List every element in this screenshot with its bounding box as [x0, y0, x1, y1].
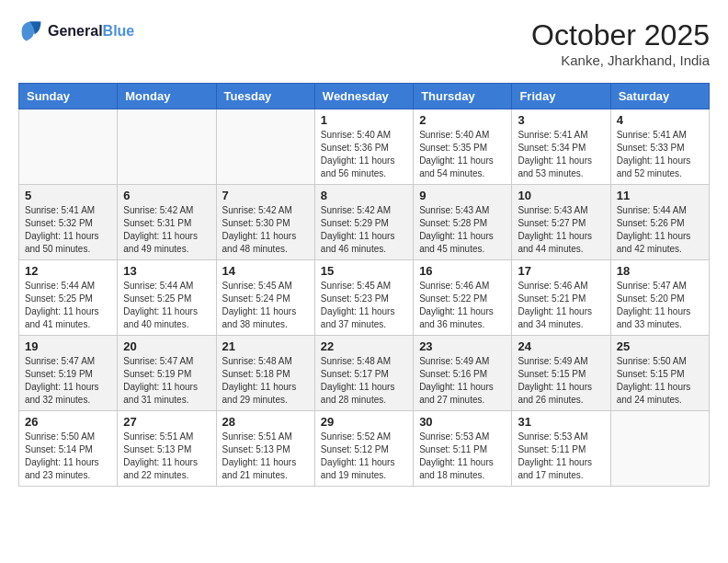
day-number: 2 [419, 113, 506, 127]
calendar-cell: 12Sunrise: 5:44 AM Sunset: 5:25 PM Dayli… [19, 260, 118, 336]
day-number: 11 [617, 189, 703, 202]
day-number: 5 [25, 189, 111, 202]
calendar-cell [216, 109, 314, 185]
calendar-cell: 3Sunrise: 5:41 AM Sunset: 5:34 PM Daylig… [512, 109, 610, 185]
day-number: 25 [617, 339, 703, 353]
calendar-cell: 22Sunrise: 5:48 AM Sunset: 5:17 PM Dayli… [314, 336, 413, 411]
day-number: 13 [123, 264, 210, 278]
day-number: 3 [518, 113, 604, 127]
day-number: 4 [617, 113, 703, 127]
day-number: 14 [222, 264, 309, 278]
calendar-cell: 30Sunrise: 5:53 AM Sunset: 5:11 PM Dayli… [414, 411, 512, 487]
day-info: Sunrise: 5:40 AM Sunset: 5:36 PM Dayligh… [321, 129, 407, 180]
calendar-cell: 24Sunrise: 5:49 AM Sunset: 5:15 PM Dayli… [512, 336, 610, 411]
weekday-header: Saturday [610, 84, 709, 109]
day-info: Sunrise: 5:48 AM Sunset: 5:18 PM Dayligh… [222, 355, 309, 407]
calendar-cell: 2Sunrise: 5:40 AM Sunset: 5:35 PM Daylig… [414, 109, 512, 185]
day-info: Sunrise: 5:53 AM Sunset: 5:11 PM Dayligh… [419, 431, 506, 482]
day-info: Sunrise: 5:42 AM Sunset: 5:30 PM Dayligh… [222, 204, 309, 256]
title-block: October 2025 Kanke, Jharkhand, India [531, 18, 710, 68]
day-number: 29 [321, 415, 407, 429]
day-info: Sunrise: 5:51 AM Sunset: 5:13 PM Dayligh… [222, 431, 309, 482]
day-info: Sunrise: 5:51 AM Sunset: 5:13 PM Dayligh… [123, 431, 210, 482]
calendar-cell: 25Sunrise: 5:50 AM Sunset: 5:15 PM Dayli… [610, 336, 709, 411]
day-number: 28 [222, 415, 309, 429]
calendar-cell: 29Sunrise: 5:52 AM Sunset: 5:12 PM Dayli… [314, 411, 413, 487]
day-number: 21 [222, 339, 309, 353]
day-info: Sunrise: 5:43 AM Sunset: 5:27 PM Dayligh… [518, 204, 604, 256]
calendar-cell: 21Sunrise: 5:48 AM Sunset: 5:18 PM Dayli… [216, 336, 314, 411]
weekday-header: Monday [118, 84, 216, 109]
calendar-cell: 20Sunrise: 5:47 AM Sunset: 5:19 PM Dayli… [118, 336, 216, 411]
day-number: 18 [617, 264, 703, 278]
day-info: Sunrise: 5:50 AM Sunset: 5:15 PM Dayligh… [617, 355, 703, 407]
calendar-week-row: 12Sunrise: 5:44 AM Sunset: 5:25 PM Dayli… [19, 260, 710, 336]
calendar-week-row: 5Sunrise: 5:41 AM Sunset: 5:32 PM Daylig… [19, 185, 710, 260]
day-number: 15 [321, 264, 407, 278]
day-info: Sunrise: 5:43 AM Sunset: 5:28 PM Dayligh… [419, 204, 506, 256]
day-info: Sunrise: 5:47 AM Sunset: 5:19 PM Dayligh… [123, 355, 210, 407]
day-info: Sunrise: 5:46 AM Sunset: 5:21 PM Dayligh… [518, 280, 604, 331]
calendar-cell: 26Sunrise: 5:50 AM Sunset: 5:14 PM Dayli… [19, 411, 118, 487]
day-number: 22 [321, 339, 407, 353]
weekday-header: Tuesday [216, 84, 314, 109]
day-number: 7 [222, 189, 309, 202]
day-info: Sunrise: 5:42 AM Sunset: 5:29 PM Dayligh… [321, 204, 407, 256]
day-number: 6 [123, 189, 210, 202]
day-number: 16 [419, 264, 506, 278]
calendar-cell: 5Sunrise: 5:41 AM Sunset: 5:32 PM Daylig… [19, 185, 118, 260]
day-info: Sunrise: 5:45 AM Sunset: 5:24 PM Dayligh… [222, 280, 309, 331]
calendar: SundayMondayTuesdayWednesdayThursdayFrid… [18, 83, 710, 487]
calendar-cell: 19Sunrise: 5:47 AM Sunset: 5:19 PM Dayli… [19, 336, 118, 411]
day-number: 30 [419, 415, 506, 429]
day-info: Sunrise: 5:47 AM Sunset: 5:20 PM Dayligh… [617, 280, 703, 331]
calendar-cell [610, 411, 709, 487]
calendar-cell: 16Sunrise: 5:46 AM Sunset: 5:22 PM Dayli… [414, 260, 512, 336]
calendar-cell: 15Sunrise: 5:45 AM Sunset: 5:23 PM Dayli… [314, 260, 413, 336]
calendar-cell: 7Sunrise: 5:42 AM Sunset: 5:30 PM Daylig… [216, 185, 314, 260]
day-number: 9 [419, 189, 506, 202]
calendar-cell [118, 109, 216, 185]
day-info: Sunrise: 5:47 AM Sunset: 5:19 PM Dayligh… [25, 355, 111, 407]
day-number: 12 [25, 264, 111, 278]
day-info: Sunrise: 5:44 AM Sunset: 5:25 PM Dayligh… [25, 280, 111, 331]
day-info: Sunrise: 5:52 AM Sunset: 5:12 PM Dayligh… [321, 431, 407, 482]
weekday-header: Friday [512, 84, 610, 109]
day-number: 26 [25, 415, 111, 429]
weekday-header: Sunday [19, 84, 118, 109]
page-header: GeneralBlue October 2025 Kanke, Jharkhan… [18, 18, 710, 68]
day-info: Sunrise: 5:49 AM Sunset: 5:16 PM Dayligh… [419, 355, 506, 407]
day-number: 20 [123, 339, 210, 353]
day-number: 1 [321, 113, 407, 127]
day-number: 17 [518, 264, 604, 278]
day-number: 19 [25, 339, 111, 353]
calendar-cell: 18Sunrise: 5:47 AM Sunset: 5:20 PM Dayli… [610, 260, 709, 336]
location: Kanke, Jharkhand, India [531, 52, 710, 68]
calendar-week-row: 19Sunrise: 5:47 AM Sunset: 5:19 PM Dayli… [19, 336, 710, 411]
day-info: Sunrise: 5:50 AM Sunset: 5:14 PM Dayligh… [25, 431, 111, 482]
day-number: 24 [518, 339, 604, 353]
day-number: 23 [419, 339, 506, 353]
calendar-cell: 14Sunrise: 5:45 AM Sunset: 5:24 PM Dayli… [216, 260, 314, 336]
calendar-week-row: 1Sunrise: 5:40 AM Sunset: 5:36 PM Daylig… [19, 109, 710, 185]
calendar-cell: 31Sunrise: 5:53 AM Sunset: 5:11 PM Dayli… [512, 411, 610, 487]
day-info: Sunrise: 5:53 AM Sunset: 5:11 PM Dayligh… [518, 431, 604, 482]
logo: GeneralBlue [18, 18, 134, 44]
day-info: Sunrise: 5:48 AM Sunset: 5:17 PM Dayligh… [321, 355, 407, 407]
logo-text: GeneralBlue [48, 23, 134, 40]
weekday-header: Thursday [414, 84, 512, 109]
calendar-cell: 8Sunrise: 5:42 AM Sunset: 5:29 PM Daylig… [314, 185, 413, 260]
weekday-header: Wednesday [314, 84, 413, 109]
day-number: 31 [518, 415, 604, 429]
calendar-cell: 13Sunrise: 5:44 AM Sunset: 5:25 PM Dayli… [118, 260, 216, 336]
day-info: Sunrise: 5:41 AM Sunset: 5:33 PM Dayligh… [617, 129, 703, 180]
day-info: Sunrise: 5:46 AM Sunset: 5:22 PM Dayligh… [419, 280, 506, 331]
calendar-week-row: 26Sunrise: 5:50 AM Sunset: 5:14 PM Dayli… [19, 411, 710, 487]
calendar-cell: 6Sunrise: 5:42 AM Sunset: 5:31 PM Daylig… [118, 185, 216, 260]
day-info: Sunrise: 5:49 AM Sunset: 5:15 PM Dayligh… [518, 355, 604, 407]
day-number: 8 [321, 189, 407, 202]
calendar-cell: 27Sunrise: 5:51 AM Sunset: 5:13 PM Dayli… [118, 411, 216, 487]
calendar-header-row: SundayMondayTuesdayWednesdayThursdayFrid… [19, 84, 710, 109]
day-number: 27 [123, 415, 210, 429]
day-info: Sunrise: 5:40 AM Sunset: 5:35 PM Dayligh… [419, 129, 506, 180]
